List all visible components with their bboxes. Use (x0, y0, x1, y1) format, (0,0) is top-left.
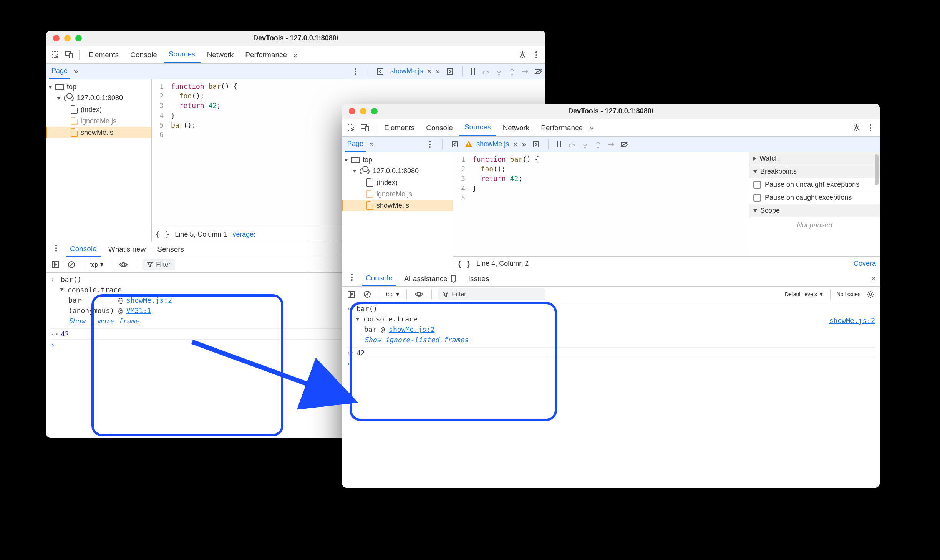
more-tabs-icon[interactable]: » (589, 123, 594, 132)
device-toggle-icon[interactable] (359, 122, 371, 134)
page-tab[interactable]: Page (49, 64, 70, 79)
source-link[interactable]: showMe.js:2 (126, 296, 172, 304)
clear-console-icon[interactable] (361, 288, 373, 300)
drawer-tab-console[interactable]: Console (66, 242, 101, 257)
next-file-icon[interactable] (530, 138, 542, 151)
tree-host[interactable]: 127.0.0.1:8080 (46, 93, 151, 104)
step-icon[interactable] (521, 67, 529, 76)
tab-network[interactable]: Network (202, 46, 239, 63)
drawer-tab-issues[interactable]: Issues (464, 271, 493, 286)
step-into-icon[interactable] (581, 140, 589, 149)
open-file-tab[interactable]: showMe.js (476, 140, 509, 148)
minimize-window-button[interactable] (360, 108, 366, 114)
step-out-icon[interactable] (508, 67, 516, 76)
scope-header[interactable]: Scope (749, 204, 880, 217)
more-page-tabs-icon[interactable]: » (74, 67, 78, 76)
more-files-icon[interactable]: » (522, 140, 526, 149)
prev-file-icon[interactable] (374, 65, 386, 78)
tree-file-index[interactable]: (index) (342, 177, 453, 188)
tree-host[interactable]: 127.0.0.1:8080 (342, 166, 453, 177)
tab-console[interactable]: Console (125, 46, 162, 63)
minimize-window-button[interactable] (64, 35, 71, 41)
tab-sources[interactable]: Sources (164, 46, 201, 63)
tree-top[interactable]: top (46, 81, 151, 93)
inspect-icon[interactable] (49, 49, 61, 61)
device-toggle-icon[interactable] (63, 49, 75, 61)
tree-file-index[interactable]: (index) (46, 104, 151, 115)
tab-sources[interactable]: Sources (459, 119, 496, 136)
deactivate-breakpoints-icon[interactable] (534, 67, 542, 76)
console-trace-header[interactable]: console.trace (346, 314, 875, 324)
pause-icon[interactable] (469, 67, 477, 76)
drawer-tab-whatsnew[interactable]: What's new (104, 242, 150, 257)
log-levels-dropdown[interactable]: Default levels ▼ (785, 291, 824, 297)
close-window-button[interactable] (349, 108, 355, 114)
step-over-icon[interactable] (568, 140, 576, 149)
scrollbar[interactable] (875, 154, 879, 185)
step-icon[interactable] (607, 140, 615, 149)
drawer-tab-ai[interactable]: AI assistance (400, 271, 461, 286)
gear-icon[interactable] (516, 49, 529, 61)
live-expression-icon[interactable] (117, 258, 129, 271)
coverage-link[interactable]: verage: (232, 230, 255, 239)
page-tab[interactable]: Page (345, 137, 366, 152)
close-drawer-icon[interactable]: × (871, 274, 876, 284)
filter-input[interactable]: Filter (142, 259, 175, 270)
tree-top[interactable]: top (342, 154, 453, 166)
open-file-tab[interactable]: showMe.js (390, 67, 423, 75)
live-expression-icon[interactable] (413, 288, 425, 300)
coverage-link[interactable]: Covera (854, 260, 876, 268)
kebab-menu-icon[interactable] (50, 242, 62, 254)
kebab-menu-icon[interactable] (346, 271, 358, 283)
more-tabs-icon[interactable]: » (293, 50, 298, 59)
clear-console-icon[interactable] (65, 258, 78, 271)
console-sidebar-icon[interactable] (345, 288, 357, 300)
execution-context[interactable]: top ▼ (90, 262, 104, 268)
tree-file-ignoreme[interactable]: ignoreMe.js (342, 188, 453, 200)
close-tab-icon[interactable]: × (513, 139, 518, 149)
gear-icon[interactable] (864, 288, 877, 300)
breakpoints-header[interactable]: Breakpoints (749, 165, 880, 178)
next-file-icon[interactable] (444, 65, 456, 78)
prev-file-icon[interactable] (449, 138, 461, 151)
more-page-tabs-icon[interactable]: » (370, 140, 374, 149)
maximize-window-button[interactable] (75, 35, 82, 41)
drawer-tab-sensors[interactable]: Sensors (153, 242, 188, 257)
step-into-icon[interactable] (495, 67, 503, 76)
console-call[interactable]: ›bar() (346, 303, 875, 314)
tree-file-ignoreme[interactable]: ignoreMe.js (46, 115, 151, 127)
close-tab-icon[interactable]: × (427, 66, 432, 76)
code-editor[interactable]: 12345 function bar() { foo(); return 42;… (453, 152, 749, 256)
watch-header[interactable]: Watch (749, 152, 880, 165)
tab-network[interactable]: Network (498, 119, 535, 136)
maximize-window-button[interactable] (371, 108, 378, 114)
pause-icon[interactable] (555, 140, 563, 149)
inspect-icon[interactable] (345, 122, 357, 134)
kebab-menu-icon[interactable] (424, 138, 436, 151)
kebab-menu-icon[interactable] (864, 122, 877, 134)
format-icon[interactable]: { } (156, 230, 169, 239)
pause-caught[interactable]: Pause on caught exceptions (749, 191, 880, 204)
format-icon[interactable]: { } (457, 259, 471, 268)
drawer-tab-console[interactable]: Console (362, 271, 396, 286)
tab-performance[interactable]: Performance (536, 119, 588, 136)
tab-elements[interactable]: Elements (83, 46, 124, 63)
console-prompt[interactable]: › (346, 358, 875, 369)
kebab-menu-icon[interactable] (530, 49, 542, 61)
tab-elements[interactable]: Elements (379, 119, 419, 136)
tab-console[interactable]: Console (421, 119, 458, 136)
deactivate-breakpoints-icon[interactable] (620, 140, 628, 149)
tree-file-showme[interactable]: showMe.js (342, 200, 453, 211)
filter-input[interactable]: Filter (438, 288, 545, 300)
gear-icon[interactable] (850, 122, 863, 134)
kebab-menu-icon[interactable] (349, 65, 361, 78)
execution-context[interactable]: top ▼ (386, 291, 400, 297)
trace-source-link[interactable]: showMe.js:2 (829, 316, 875, 325)
source-link[interactable]: showMe.js:2 (389, 325, 434, 333)
step-over-icon[interactable] (482, 67, 490, 76)
tab-performance[interactable]: Performance (240, 46, 292, 63)
issues-count[interactable]: No Issues (837, 291, 860, 297)
step-out-icon[interactable] (594, 140, 602, 149)
source-link[interactable]: VM31:1 (126, 307, 151, 315)
show-more-frames[interactable]: Show ignore-listed frames (346, 335, 875, 345)
